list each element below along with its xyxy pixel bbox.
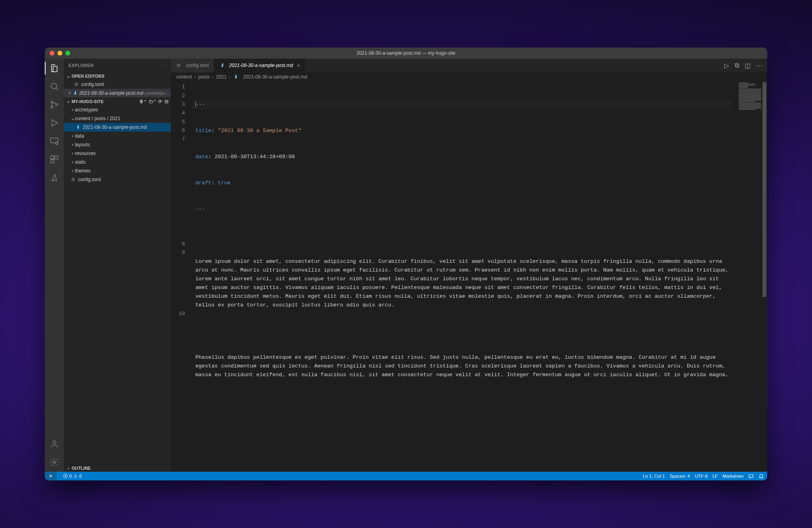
open-editor-item[interactable]: ⚙ config.toml xyxy=(64,80,171,89)
vertical-scrollbar[interactable] xyxy=(762,81,767,472)
svg-point-3 xyxy=(51,106,53,108)
new-file-icon[interactable]: 🗎⁺ xyxy=(139,99,146,104)
code-content[interactable]: --- title: "2021 08 30 a Sample Post" da… xyxy=(192,81,768,472)
remote-explorer-activity[interactable] xyxy=(45,135,64,147)
errors-warnings[interactable]: ⓧ0 ⚠0 xyxy=(63,473,82,479)
scrollbar-thumb[interactable] xyxy=(762,82,766,297)
maximize-window-button[interactable] xyxy=(65,51,70,55)
line-number: 1 xyxy=(171,83,192,92)
tree-folder-data[interactable]: › data xyxy=(64,132,171,140)
svg-point-12 xyxy=(53,461,56,463)
svg-point-0 xyxy=(51,83,57,89)
new-folder-icon[interactable]: 🗀⁺ xyxy=(149,99,156,104)
breadcrumb-item[interactable]: content xyxy=(176,74,192,80)
code-line: Lorem ipsum dolor sit amet, consectetur … xyxy=(192,257,732,310)
line-number: 8 xyxy=(171,240,192,249)
markdown-icon: ⬇ xyxy=(72,90,78,96)
chevron-down-icon: ⌄ xyxy=(66,99,71,104)
open-editor-item-active[interactable]: × ⬇ 2021-08-30-a-sample-post.md content/… xyxy=(64,89,171,98)
tree-folder-content-posts-2021[interactable]: ⌄ content / posts / 2021 xyxy=(64,114,171,123)
folder-label: layouts xyxy=(75,142,90,147)
line-number: 6 xyxy=(171,126,192,135)
outline-section[interactable]: › OUTLINE xyxy=(64,465,171,472)
remote-indicator[interactable] xyxy=(45,472,57,480)
editor-body[interactable]: 1 2 3 4 5 6 7 8 9 10 --- title: "2021 08… xyxy=(171,81,768,472)
tree-folder-layouts[interactable]: › layouts xyxy=(64,140,171,149)
indentation[interactable]: Spaces: 4 xyxy=(670,474,690,478)
run-icon[interactable]: ▷ xyxy=(724,62,729,69)
tree-folder-static[interactable]: › static xyxy=(64,158,171,166)
code-line xyxy=(192,397,732,406)
tree-folder-themes[interactable]: › themes xyxy=(64,166,171,175)
code-line: Phasellus dapibus pellentesque ex eget p… xyxy=(192,353,732,379)
more-actions-icon[interactable]: ⋯ xyxy=(756,62,762,69)
tab-label: config.toml xyxy=(186,63,209,68)
azure-activity[interactable] xyxy=(45,171,64,184)
titlebar: 2021-08-30-a-sample-post.md — my-hugo-si… xyxy=(45,48,768,59)
explorer-activity[interactable] xyxy=(45,62,64,75)
extensions-activity[interactable] xyxy=(45,153,64,166)
open-editor-path: content/posts/... xyxy=(145,91,171,96)
tree-folder-resources[interactable]: › resources xyxy=(64,149,171,158)
chevron-right-icon: › xyxy=(70,133,75,139)
status-bar: ⓧ0 ⚠0 Ln 1, Col 1 Spaces: 4 UTF-8 LF Mar… xyxy=(45,472,768,480)
line-number: 10 xyxy=(171,310,192,318)
svg-marker-5 xyxy=(52,120,57,126)
settings-activity[interactable] xyxy=(45,456,64,469)
tree-file-config[interactable]: ⚙ config.toml xyxy=(64,175,171,184)
tree-file-active[interactable]: ⬇ 2021-08-30-a-sample-post.md xyxy=(64,123,171,132)
breadcrumb-item[interactable]: 2021-08-30-a-sample-post.md xyxy=(243,74,307,80)
explorer-more-icon[interactable]: ⋯ xyxy=(161,63,166,68)
chevron-down-icon: ⌄ xyxy=(70,116,75,121)
search-activity[interactable] xyxy=(45,80,64,93)
source-control-activity[interactable] xyxy=(45,98,64,111)
close-editor-icon[interactable]: × xyxy=(67,90,73,96)
chevron-right-icon: › xyxy=(70,159,75,165)
split-editor-icon[interactable]: ◫ xyxy=(745,62,751,69)
notifications-icon[interactable] xyxy=(758,473,764,479)
code-line: draft: true xyxy=(192,179,732,187)
line-number: 7 xyxy=(171,135,192,240)
encoding[interactable]: UTF-8 xyxy=(695,474,708,478)
explorer-sidebar: EXPLORER ⋯ ⌄ OPEN EDITORS ⚙ config.toml … xyxy=(64,59,171,472)
tree-folder-archetypes[interactable]: › archetypes xyxy=(64,105,171,114)
line-number: 3 xyxy=(171,100,192,109)
folder-label: resources xyxy=(75,151,96,156)
open-editors-section[interactable]: ⌄ OPEN EDITORS xyxy=(64,73,171,80)
run-debug-activity[interactable] xyxy=(45,117,64,129)
traffic-lights xyxy=(45,51,70,55)
preview-icon[interactable]: ⧉ xyxy=(735,62,739,69)
minimap[interactable] xyxy=(738,82,762,449)
chevron-right-icon: › xyxy=(70,151,75,156)
feedback-icon[interactable] xyxy=(748,473,754,479)
cursor-position[interactable]: Ln 1, Col 1 xyxy=(643,474,665,478)
refresh-icon[interactable]: ⟳ xyxy=(158,99,162,104)
language-mode[interactable]: Markdown xyxy=(722,474,743,478)
folder-label: themes xyxy=(75,168,90,174)
breadcrumb-item[interactable]: posts xyxy=(198,74,210,80)
project-section[interactable]: ⌄ MY-HUGO-SITE 🗎⁺ 🗀⁺ ⟳ ⊟ xyxy=(64,98,171,105)
tab-config[interactable]: ⚙ config.toml xyxy=(171,59,214,73)
tab-label: 2021-08-30-a-sample-post.md xyxy=(229,63,293,68)
accounts-activity[interactable] xyxy=(45,438,64,450)
open-editor-name: config.toml xyxy=(81,82,104,87)
svg-line-1 xyxy=(56,88,58,90)
eol[interactable]: LF xyxy=(712,474,718,478)
svg-rect-6 xyxy=(51,138,58,143)
code-line: --- xyxy=(192,100,732,109)
close-window-button[interactable] xyxy=(50,51,54,55)
svg-rect-8 xyxy=(51,156,54,159)
folder-label: data xyxy=(75,133,84,139)
vscode-window: 2021-08-30-a-sample-post.md — my-hugo-si… xyxy=(45,48,768,480)
tab-active[interactable]: ⬇ 2021-08-30-a-sample-post.md × xyxy=(214,59,305,73)
svg-point-11 xyxy=(53,441,56,444)
line-number: 4 xyxy=(171,109,192,118)
window-title: 2021-08-30-a-sample-post.md — my-hugo-si… xyxy=(45,50,768,56)
collapse-icon[interactable]: ⊟ xyxy=(165,99,169,104)
code-line: date: 2021-08-30T13:44:28+09:00 xyxy=(192,153,732,161)
folder-label: content / posts / 2021 xyxy=(75,116,121,121)
breadcrumb-item[interactable]: 2021 xyxy=(216,74,227,80)
breadcrumbs[interactable]: content› posts› 2021› ⬇ 2021-08-30-a-sam… xyxy=(171,73,768,81)
minimize-window-button[interactable] xyxy=(57,51,62,55)
close-tab-icon[interactable]: × xyxy=(297,63,300,69)
